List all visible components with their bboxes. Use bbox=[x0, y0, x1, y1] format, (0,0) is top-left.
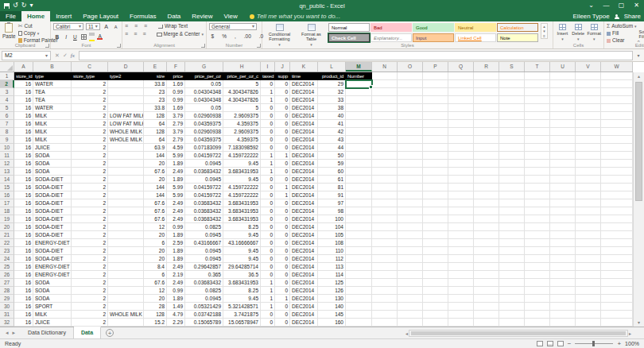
cell[interactable] bbox=[499, 215, 525, 223]
cell[interactable]: 0 bbox=[275, 319, 290, 327]
cell[interactable] bbox=[372, 199, 398, 207]
cell[interactable]: 126 bbox=[318, 287, 346, 295]
cell[interactable] bbox=[448, 271, 474, 279]
cell[interactable]: SODA bbox=[33, 287, 72, 295]
cell[interactable] bbox=[525, 152, 550, 160]
cell[interactable]: 20 bbox=[144, 176, 167, 184]
cell[interactable] bbox=[601, 144, 633, 152]
cell[interactable]: 2 bbox=[72, 247, 108, 255]
cell[interactable] bbox=[474, 215, 499, 223]
cell[interactable]: 4.359375 bbox=[223, 136, 261, 144]
cell[interactable]: 0 bbox=[261, 199, 275, 207]
cell[interactable] bbox=[499, 128, 525, 136]
cell[interactable]: 140 bbox=[318, 303, 346, 311]
cell[interactable]: 2 bbox=[72, 271, 108, 279]
cell[interactable] bbox=[550, 255, 576, 263]
cell[interactable] bbox=[448, 207, 474, 215]
cell[interactable]: 0 bbox=[261, 184, 275, 191]
cell[interactable] bbox=[474, 120, 499, 128]
cell[interactable]: 5.99 bbox=[167, 184, 185, 191]
tab-insert[interactable]: Insert bbox=[50, 11, 77, 21]
cell[interactable] bbox=[108, 96, 144, 104]
cell[interactable] bbox=[108, 287, 144, 295]
cell[interactable]: 16 bbox=[14, 160, 33, 168]
cell[interactable] bbox=[372, 168, 398, 176]
cell[interactable] bbox=[423, 168, 448, 176]
align-top-icon[interactable]: ≡ bbox=[125, 23, 132, 29]
row-header[interactable]: 12 bbox=[0, 160, 14, 168]
cell[interactable] bbox=[346, 239, 372, 247]
cell[interactable] bbox=[448, 144, 474, 152]
cell[interactable] bbox=[525, 287, 550, 295]
cell[interactable]: 0.0945 bbox=[185, 255, 223, 263]
cell[interactable] bbox=[525, 255, 550, 263]
cell[interactable]: 105 bbox=[318, 231, 346, 239]
clipboard-dialog-launcher-icon[interactable] bbox=[45, 44, 49, 48]
cell[interactable]: 0 bbox=[275, 80, 290, 88]
cell[interactable] bbox=[601, 104, 633, 112]
cell[interactable] bbox=[601, 319, 633, 327]
cell[interactable] bbox=[474, 184, 499, 191]
cell[interactable] bbox=[576, 128, 601, 136]
cell[interactable]: 64 bbox=[144, 120, 167, 128]
cell[interactable] bbox=[601, 287, 633, 295]
cell[interactable]: 2.19 bbox=[167, 271, 185, 279]
cell[interactable]: DEC2014 bbox=[290, 199, 318, 207]
row-header[interactable]: 21 bbox=[0, 231, 14, 239]
cell[interactable] bbox=[499, 104, 525, 112]
cell[interactable] bbox=[108, 255, 144, 263]
cell[interactable]: SODA-DIET bbox=[33, 199, 72, 207]
cell[interactable] bbox=[398, 207, 423, 215]
cell[interactable]: 2 bbox=[72, 223, 108, 231]
cell[interactable] bbox=[423, 120, 448, 128]
cell[interactable]: 0.02960938 bbox=[185, 112, 223, 120]
cell[interactable] bbox=[550, 120, 576, 128]
cell[interactable] bbox=[474, 263, 499, 271]
cell[interactable]: DEC2014 bbox=[290, 184, 318, 191]
cell[interactable] bbox=[601, 239, 633, 247]
cell[interactable]: DEC2014 bbox=[290, 88, 318, 96]
cell[interactable]: 2 bbox=[72, 184, 108, 191]
cell[interactable] bbox=[398, 271, 423, 279]
cell[interactable] bbox=[474, 319, 499, 327]
cell[interactable] bbox=[423, 152, 448, 160]
selected-cell[interactable] bbox=[346, 80, 372, 88]
cell[interactable]: 144 bbox=[144, 184, 167, 191]
cell[interactable]: 5.99 bbox=[167, 191, 185, 199]
cell[interactable]: DEC2014 bbox=[290, 271, 318, 279]
cell[interactable]: DEC2014 bbox=[290, 279, 318, 287]
cell[interactable] bbox=[423, 176, 448, 184]
cell[interactable] bbox=[448, 287, 474, 295]
cell[interactable]: 2 bbox=[72, 199, 108, 207]
cell[interactable]: 16 bbox=[14, 168, 33, 176]
column-header[interactable]: H bbox=[223, 62, 261, 72]
cell[interactable] bbox=[108, 303, 144, 311]
cell[interactable] bbox=[423, 263, 448, 271]
cell[interactable]: 29 bbox=[318, 80, 346, 88]
cell[interactable]: 3.683431953 bbox=[223, 215, 261, 223]
cell[interactable]: 2 bbox=[72, 207, 108, 215]
cell[interactable]: DEC2014 bbox=[290, 303, 318, 311]
row-header[interactable]: 26 bbox=[0, 271, 14, 279]
cell[interactable] bbox=[525, 104, 550, 112]
cell[interactable] bbox=[525, 144, 550, 152]
cell[interactable] bbox=[108, 168, 144, 176]
cell[interactable] bbox=[525, 168, 550, 176]
cell[interactable] bbox=[398, 215, 423, 223]
cell[interactable]: 8.4 bbox=[144, 263, 167, 271]
cell[interactable]: 2.29 bbox=[167, 319, 185, 327]
cell[interactable] bbox=[499, 279, 525, 287]
row-header[interactable]: 7 bbox=[0, 120, 14, 128]
cell[interactable]: 1 bbox=[275, 184, 290, 191]
cell[interactable]: SODA bbox=[33, 168, 72, 176]
cell[interactable] bbox=[108, 207, 144, 215]
cell[interactable] bbox=[525, 96, 550, 104]
fill-color-button[interactable] bbox=[89, 33, 95, 41]
cell[interactable] bbox=[550, 191, 576, 199]
cell[interactable]: DEC2014 bbox=[290, 295, 318, 303]
cell[interactable]: 16 bbox=[14, 207, 33, 215]
cell[interactable] bbox=[448, 80, 474, 88]
cell-style-chip[interactable]: Explanatory... bbox=[370, 33, 412, 42]
cell[interactable]: 2 bbox=[72, 215, 108, 223]
cell[interactable]: 9.45 bbox=[223, 247, 261, 255]
